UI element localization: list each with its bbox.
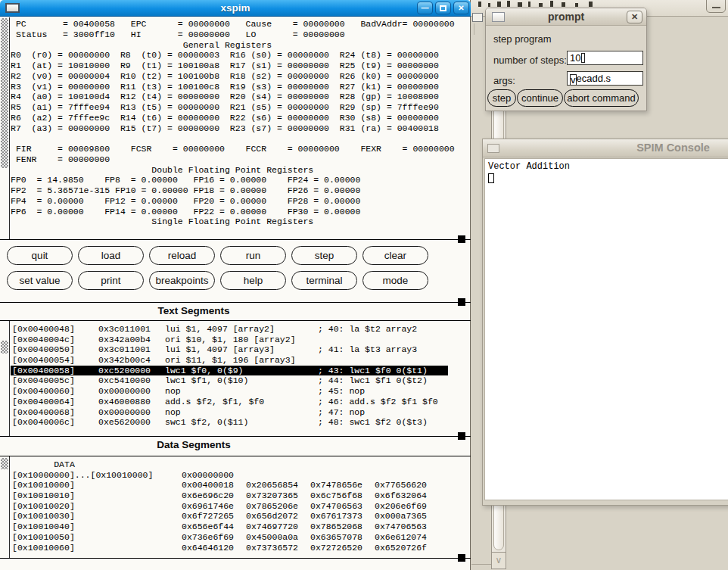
xspim-button-print[interactable]: print [78, 271, 144, 290]
minimize-button[interactable]: — [417, 2, 433, 14]
scrollbar-down-arrow-icon[interactable]: ∨ [492, 552, 506, 568]
xspim-button-step[interactable]: step [291, 246, 357, 265]
text-segment-row: [0x00400054]0x342b00c4ori $11, $1, 196 [… [11, 355, 448, 366]
data-segment-row: [0x10010010]0x6e696c200x732073650x6c756f… [11, 491, 448, 501]
registers-pane: PC = 00400058 EPC = 00000000 Cause = 000… [0, 17, 471, 239]
text-segment-row: [0x00400058]0xc5200000lwc1 $f0, 0($9); 4… [11, 366, 448, 376]
data-segments-scrollbar[interactable] [0, 456, 10, 558]
background-window-menu-icon [472, 13, 483, 22]
args-cursor-char: v [570, 74, 577, 86]
pane-resize-grip[interactable] [458, 298, 465, 306]
control-button-grid: quitloadreloadrunstepclearset valueprint… [7, 246, 428, 290]
text-segment-row: [0x00400048]0x3c011001lui $1, 4097 [arra… [11, 324, 448, 335]
data-segment-row: DATA [11, 459, 448, 470]
scrollbar-thumb[interactable] [1, 341, 8, 354]
console-output: Vector Addition [484, 158, 728, 500]
minimize-icon [712, 7, 720, 8]
prompt-step-button[interactable]: step [487, 89, 516, 107]
registers-scrollbar[interactable] [0, 17, 10, 239]
text-segment-row: [0x00400068]0x00000000nop; 47: nop [11, 407, 448, 418]
xspim-button-help[interactable]: help [220, 271, 286, 290]
prompt-abort-command-button[interactable]: abort command [564, 89, 639, 107]
text-segments-pane: [0x00400048]0x3c011001lui $1, 4097 [arra… [0, 321, 471, 436]
data-segments-title: Data Segments [0, 439, 387, 450]
text-segment-rows: [0x00400048]0x3c011001lui $1, 4097 [arra… [11, 324, 448, 428]
steps-label: number of steps: [493, 55, 567, 66]
data-segments-pane: DATA[0x10000000]...[0x10010000]0x0000000… [0, 456, 471, 558]
steps-value: 10 [570, 52, 580, 64]
xspim-button-terminal[interactable]: terminal [291, 271, 357, 290]
data-segment-row: [0x10000000]...[0x10010000]0x00000000 [11, 470, 448, 481]
xspim-button-breakpoints[interactable]: breakpoints [149, 271, 215, 290]
scrollbar-thumb[interactable] [1, 458, 8, 469]
text-segments-scrollbar[interactable] [0, 321, 10, 436]
close-button[interactable]: ✕ [627, 11, 642, 23]
close-button[interactable]: ✕ [453, 2, 469, 14]
pane-divider [0, 302, 471, 303]
text-segments-title: Text Segments [0, 305, 387, 316]
pane-divider [0, 558, 471, 559]
console-titlebar[interactable]: SPIM Console [483, 139, 728, 157]
prompt-continue-button[interactable]: continue [517, 89, 563, 107]
text-segment-row: [0x00400050]0x3c011001lui $1, 4097 [arra… [11, 344, 448, 355]
background-minimize-button[interactable] [706, 0, 726, 13]
prompt-titlebar[interactable]: prompt ✕ [486, 8, 646, 26]
window-menu-icon[interactable] [5, 3, 20, 13]
args-label: args: [493, 75, 515, 86]
console-title: SPIM Console [483, 139, 728, 157]
args-rest: ecadd.s [577, 73, 611, 84]
registers-text: PC = 00400058 EPC = 00000000 Cause = 000… [11, 19, 455, 227]
data-segment-row: [0x10010040]0x656e6f440x746977200x786520… [11, 522, 448, 532]
control-button-panel: quitloadreloadrunstepclearset valueprint… [0, 240, 471, 302]
text-segment-row: [0x00400064]0x46000880add.s $f2, $f1, $f… [11, 397, 448, 407]
xspim-button-mode[interactable]: mode [362, 271, 428, 290]
text-segment-row: [0x0040006c]0xe5620000swc1 $f2, 0($11); … [11, 417, 448, 428]
spim-console-window: SPIM Console Vector Addition [482, 139, 728, 506]
background-window-border [474, 23, 474, 35]
maximize-button[interactable] [435, 2, 451, 14]
pane-divider [0, 436, 471, 437]
data-segment-row: [0x10010020]0x6961746e0x7865206e0x747065… [11, 501, 448, 512]
maximize-icon [440, 5, 446, 11]
data-segment-row: [0x10010060]0x646461200x737365720x727265… [11, 543, 448, 553]
text-segment-row: [0x0040004c]0x342a00b4ori $10, $1, 180 [… [11, 335, 448, 345]
window-menu-icon[interactable] [492, 12, 505, 22]
minimize-icon: — [422, 4, 429, 12]
pane-resize-grip[interactable] [458, 432, 465, 440]
scrollbar-thumb[interactable] [1, 18, 8, 168]
xspim-button-load[interactable]: load [78, 246, 144, 265]
data-segment-row: [0x10010050]0x736e6f690x45000a0a0x636570… [11, 532, 448, 543]
text-segment-row: [0x0040005c]0xc5410000lwc1 $f1, 0($10); … [11, 375, 448, 386]
background-window-border [471, 564, 492, 565]
prompt-message: step program [493, 33, 552, 45]
xspim-window: xspim — ✕ PC = 00400058 EPC = 00000000 C… [0, 0, 471, 570]
text-segment-row: [0x00400060]0x00000000nop; 45: nop [11, 386, 448, 397]
data-segment-row: [0x10010030]0x6f7272650x656d20720x676173… [11, 511, 448, 522]
steps-input[interactable]: 10 [567, 51, 643, 65]
close-icon: ✕ [458, 4, 464, 12]
xspim-button-set-value[interactable]: set value [7, 271, 73, 290]
close-icon: ✕ [631, 12, 638, 22]
xspim-button-clear[interactable]: clear [362, 246, 428, 265]
text-cursor [581, 53, 585, 63]
xspim-button-quit[interactable]: quit [7, 246, 73, 265]
args-input[interactable]: vecadd.s [567, 71, 643, 86]
window-title: xspim [0, 0, 471, 16]
console-cursor [488, 173, 494, 183]
window-menu-icon[interactable] [487, 144, 499, 153]
pane-resize-grip[interactable] [458, 554, 465, 562]
data-segment-row: [0x10010000]0x004000180x206568540x747865… [11, 480, 448, 491]
prompt-dialog: prompt ✕ step program number of steps: 1… [485, 8, 647, 111]
data-segment-rows: DATA[0x10000000]...[0x10010000]0x0000000… [11, 459, 448, 553]
xspim-button-run[interactable]: run [220, 246, 286, 265]
prompt-title: prompt [486, 8, 646, 25]
xspim-titlebar[interactable]: xspim — ✕ [0, 0, 471, 17]
xspim-button-reload[interactable]: reload [149, 246, 215, 265]
